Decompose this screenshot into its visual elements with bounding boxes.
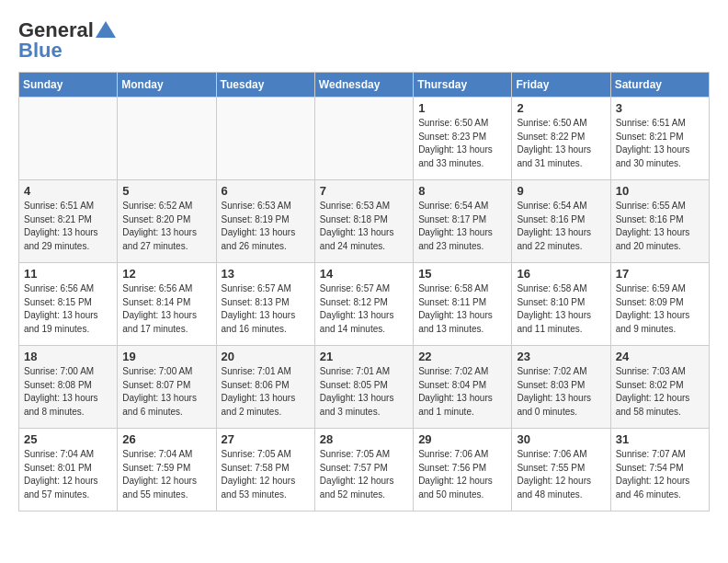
day-number: 30 xyxy=(517,432,605,446)
day-info: Sunrise: 6:56 AMSunset: 8:14 PMDaylight:… xyxy=(122,282,210,336)
calendar-week-row: 18Sunrise: 7:00 AMSunset: 8:08 PMDayligh… xyxy=(19,346,710,429)
day-info: Sunrise: 7:02 AMSunset: 8:04 PMDaylight:… xyxy=(418,365,506,419)
day-info: Sunrise: 7:01 AMSunset: 8:05 PMDaylight:… xyxy=(320,365,408,419)
day-info: Sunrise: 6:51 AMSunset: 8:21 PMDaylight:… xyxy=(616,117,704,170)
calendar-day-22: 22Sunrise: 7:02 AMSunset: 8:04 PMDayligh… xyxy=(414,346,512,429)
logo-blue: Blue xyxy=(18,39,63,63)
day-number: 11 xyxy=(24,267,112,281)
day-info: Sunrise: 7:06 AMSunset: 7:55 PMDaylight:… xyxy=(517,448,605,501)
day-info: Sunrise: 7:05 AMSunset: 7:58 PMDaylight:… xyxy=(222,448,310,501)
day-number: 1 xyxy=(418,101,506,115)
day-number: 24 xyxy=(616,350,704,363)
calendar-day-5: 5Sunrise: 6:52 AMSunset: 8:20 PMDaylight… xyxy=(118,180,216,263)
calendar-day-31: 31Sunrise: 7:07 AMSunset: 7:54 PMDayligh… xyxy=(610,429,709,511)
day-info: Sunrise: 7:01 AMSunset: 8:06 PMDaylight:… xyxy=(222,365,310,419)
day-number: 8 xyxy=(418,184,506,198)
calendar-day-21: 21Sunrise: 7:01 AMSunset: 8:05 PMDayligh… xyxy=(314,346,413,429)
calendar-day-20: 20Sunrise: 7:01 AMSunset: 8:06 PMDayligh… xyxy=(216,346,314,429)
calendar-day-8: 8Sunrise: 6:54 AMSunset: 8:17 PMDaylight… xyxy=(414,180,512,263)
calendar-day-empty xyxy=(118,98,216,180)
calendar-day-empty xyxy=(19,98,118,180)
day-number: 16 xyxy=(517,267,605,281)
day-info: Sunrise: 7:04 AMSunset: 7:59 PMDaylight:… xyxy=(122,448,210,501)
day-info: Sunrise: 6:54 AMSunset: 8:16 PMDaylight:… xyxy=(517,200,605,253)
day-number: 18 xyxy=(24,350,112,363)
day-number: 6 xyxy=(222,184,310,198)
day-number: 9 xyxy=(517,184,605,198)
day-number: 31 xyxy=(616,432,704,446)
day-info: Sunrise: 6:55 AMSunset: 8:16 PMDaylight:… xyxy=(616,200,704,253)
day-number: 15 xyxy=(418,267,506,281)
calendar-day-17: 17Sunrise: 6:59 AMSunset: 8:09 PMDayligh… xyxy=(610,263,709,346)
calendar-day-28: 28Sunrise: 7:05 AMSunset: 7:57 PMDayligh… xyxy=(314,429,413,511)
day-info: Sunrise: 6:58 AMSunset: 8:11 PMDaylight:… xyxy=(418,282,506,336)
day-info: Sunrise: 6:57 AMSunset: 8:13 PMDaylight:… xyxy=(222,282,310,336)
day-info: Sunrise: 6:58 AMSunset: 8:10 PMDaylight:… xyxy=(517,282,605,336)
calendar-day-16: 16Sunrise: 6:58 AMSunset: 8:10 PMDayligh… xyxy=(512,263,610,346)
calendar-week-row: 4Sunrise: 6:51 AMSunset: 8:21 PMDaylight… xyxy=(19,180,710,263)
day-info: Sunrise: 6:50 AMSunset: 8:23 PMDaylight:… xyxy=(418,117,506,170)
calendar-day-13: 13Sunrise: 6:57 AMSunset: 8:13 PMDayligh… xyxy=(216,263,314,346)
day-info: Sunrise: 6:59 AMSunset: 8:09 PMDaylight:… xyxy=(616,282,704,336)
calendar-day-10: 10Sunrise: 6:55 AMSunset: 8:16 PMDayligh… xyxy=(610,180,709,263)
calendar-week-row: 1Sunrise: 6:50 AMSunset: 8:23 PMDaylight… xyxy=(19,98,710,180)
calendar-day-25: 25Sunrise: 7:04 AMSunset: 8:01 PMDayligh… xyxy=(19,429,118,511)
day-number: 23 xyxy=(517,350,605,363)
weekday-header-friday: Friday xyxy=(512,73,610,98)
svg-marker-0 xyxy=(96,21,116,38)
calendar-day-24: 24Sunrise: 7:03 AMSunset: 8:02 PMDayligh… xyxy=(610,346,709,429)
day-number: 2 xyxy=(517,101,605,115)
day-number: 10 xyxy=(616,184,704,198)
calendar-day-15: 15Sunrise: 6:58 AMSunset: 8:11 PMDayligh… xyxy=(414,263,512,346)
weekday-header-tuesday: Tuesday xyxy=(216,73,314,98)
calendar-day-14: 14Sunrise: 6:57 AMSunset: 8:12 PMDayligh… xyxy=(314,263,413,346)
weekday-header-saturday: Saturday xyxy=(610,73,709,98)
day-info: Sunrise: 6:56 AMSunset: 8:15 PMDaylight:… xyxy=(24,282,112,336)
weekday-header-sunday: Sunday xyxy=(19,73,118,98)
weekday-header-thursday: Thursday xyxy=(414,73,512,98)
day-info: Sunrise: 7:02 AMSunset: 8:03 PMDaylight:… xyxy=(517,365,605,419)
calendar-day-9: 9Sunrise: 6:54 AMSunset: 8:16 PMDaylight… xyxy=(512,180,610,263)
calendar-day-27: 27Sunrise: 7:05 AMSunset: 7:58 PMDayligh… xyxy=(216,429,314,511)
day-number: 17 xyxy=(616,267,704,281)
calendar-day-19: 19Sunrise: 7:00 AMSunset: 8:07 PMDayligh… xyxy=(118,346,216,429)
weekday-header-wednesday: Wednesday xyxy=(314,73,413,98)
calendar-header-row: SundayMondayTuesdayWednesdayThursdayFrid… xyxy=(19,73,710,98)
day-number: 27 xyxy=(222,432,310,446)
calendar-day-1: 1Sunrise: 6:50 AMSunset: 8:23 PMDaylight… xyxy=(414,98,512,180)
calendar-day-4: 4Sunrise: 6:51 AMSunset: 8:21 PMDaylight… xyxy=(19,180,118,263)
day-number: 7 xyxy=(320,184,408,198)
calendar-day-6: 6Sunrise: 6:53 AMSunset: 8:19 PMDaylight… xyxy=(216,180,314,263)
day-info: Sunrise: 7:07 AMSunset: 7:54 PMDaylight:… xyxy=(616,448,704,501)
day-info: Sunrise: 7:06 AMSunset: 7:56 PMDaylight:… xyxy=(418,448,506,501)
day-number: 20 xyxy=(222,350,310,363)
calendar-day-empty xyxy=(314,98,413,180)
day-info: Sunrise: 7:00 AMSunset: 8:08 PMDaylight:… xyxy=(24,365,112,419)
day-number: 25 xyxy=(24,432,112,446)
day-number: 21 xyxy=(320,350,408,363)
day-number: 19 xyxy=(122,350,210,363)
day-info: Sunrise: 6:52 AMSunset: 8:20 PMDaylight:… xyxy=(122,200,210,253)
day-number: 26 xyxy=(122,432,210,446)
day-info: Sunrise: 6:54 AMSunset: 8:17 PMDaylight:… xyxy=(418,200,506,253)
calendar-day-30: 30Sunrise: 7:06 AMSunset: 7:55 PMDayligh… xyxy=(512,429,610,511)
day-info: Sunrise: 6:53 AMSunset: 8:19 PMDaylight:… xyxy=(222,200,310,253)
calendar-day-18: 18Sunrise: 7:00 AMSunset: 8:08 PMDayligh… xyxy=(19,346,118,429)
logo-icon xyxy=(96,21,116,38)
day-number: 4 xyxy=(24,184,112,198)
calendar-day-empty xyxy=(216,98,314,180)
day-number: 28 xyxy=(320,432,408,446)
day-info: Sunrise: 7:05 AMSunset: 7:57 PMDaylight:… xyxy=(320,448,408,501)
page-header: General Blue xyxy=(18,18,710,63)
weekday-header-monday: Monday xyxy=(118,73,216,98)
day-number: 5 xyxy=(122,184,210,198)
day-number: 13 xyxy=(222,267,310,281)
calendar-day-26: 26Sunrise: 7:04 AMSunset: 7:59 PMDayligh… xyxy=(118,429,216,511)
day-number: 12 xyxy=(122,267,210,281)
day-info: Sunrise: 7:04 AMSunset: 8:01 PMDaylight:… xyxy=(24,448,112,501)
calendar-day-23: 23Sunrise: 7:02 AMSunset: 8:03 PMDayligh… xyxy=(512,346,610,429)
day-info: Sunrise: 7:03 AMSunset: 8:02 PMDaylight:… xyxy=(616,365,704,419)
calendar-day-11: 11Sunrise: 6:56 AMSunset: 8:15 PMDayligh… xyxy=(19,263,118,346)
day-number: 29 xyxy=(418,432,506,446)
day-info: Sunrise: 7:00 AMSunset: 8:07 PMDaylight:… xyxy=(122,365,210,419)
